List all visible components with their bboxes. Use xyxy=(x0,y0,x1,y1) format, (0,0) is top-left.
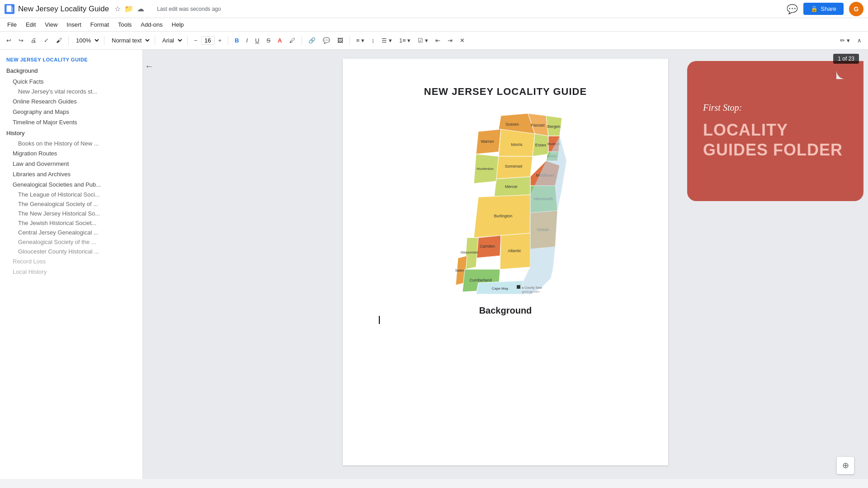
menu-format[interactable]: Format xyxy=(87,19,113,30)
svg-text:● County Seat: ● County Seat xyxy=(522,286,542,290)
bullets-button[interactable]: ☰ ▾ xyxy=(379,35,395,46)
svg-text:Bergen: Bergen xyxy=(547,124,560,129)
sidebar-item-books-history[interactable]: Books on the History of New ... xyxy=(0,139,142,148)
svg-text:geology.com: geology.com xyxy=(522,290,539,294)
svg-text:Mercer: Mercer xyxy=(505,184,518,189)
cloud-icon[interactable]: ☁ xyxy=(137,5,144,13)
svg-text:Salem: Salem xyxy=(455,268,466,272)
menu-edit[interactable]: Edit xyxy=(22,19,39,30)
underline-button[interactable]: U xyxy=(252,35,262,46)
sidebar-item-record-loss[interactable]: Record Loss xyxy=(0,256,142,267)
checklist-button[interactable]: ☑ ▾ xyxy=(415,35,431,46)
sidebar-item-timeline[interactable]: Timeline of Major Events xyxy=(0,117,142,127)
font-select[interactable]: Arial xyxy=(159,36,184,45)
font-size-increase[interactable]: + xyxy=(216,35,225,46)
svg-text:Cumberland: Cumberland xyxy=(469,278,491,282)
indent-decrease-button[interactable]: ⇤ xyxy=(433,35,443,46)
menu-help[interactable]: Help xyxy=(168,19,188,30)
lock-icon: 🔒 xyxy=(811,5,818,12)
svg-text:Gloucester: Gloucester xyxy=(461,250,478,254)
sidebar-item-local-history[interactable]: Local History xyxy=(0,267,142,277)
comment-inline-button[interactable]: 💬 xyxy=(320,35,333,46)
svg-text:Camden: Camden xyxy=(480,244,495,249)
paint-format-button[interactable]: 🖌 xyxy=(53,35,65,46)
divider-1 xyxy=(68,36,69,45)
folder-icon[interactable]: 📁 xyxy=(124,5,133,13)
style-select[interactable]: Normal text xyxy=(108,36,151,45)
sidebar-item-central-jersey[interactable]: Central Jersey Genealogical ... xyxy=(0,228,142,237)
sidebar-item-genealogical-soc[interactable]: The Genealogical Society of ... xyxy=(0,199,142,209)
header-right: 💬 🔒 Share G xyxy=(787,2,863,16)
sidebar-item-geography[interactable]: Geography and Maps xyxy=(0,107,142,117)
share-button[interactable]: 🔒 Share xyxy=(803,3,844,15)
divider-2 xyxy=(104,36,104,45)
avatar[interactable]: G xyxy=(849,2,863,16)
divider-5 xyxy=(228,36,228,45)
sidebar-item-online-research[interactable]: Online Research Guides xyxy=(0,96,142,107)
share-label: Share xyxy=(821,5,836,12)
fab-button[interactable]: ⊕ xyxy=(836,456,854,474)
font-size-decrease[interactable]: − xyxy=(191,35,200,46)
bold-button[interactable]: B xyxy=(232,35,241,46)
link-button[interactable]: 🔗 xyxy=(306,35,318,46)
strikethrough-button[interactable]: S xyxy=(264,35,274,46)
highlight-button[interactable]: 🖊 xyxy=(287,35,298,46)
sidebar-item-libraries[interactable]: Libraries and Archives xyxy=(0,169,142,179)
undo-button[interactable]: ↩ xyxy=(4,35,14,46)
indent-increase-button[interactable]: ⇥ xyxy=(445,35,455,46)
svg-text:Morris: Morris xyxy=(511,142,523,147)
document-page: NEW JERSEY LOCALITY GUIDE Sussex Passaic… xyxy=(343,59,668,465)
sidebar-item-law[interactable]: Law and Government xyxy=(0,159,142,169)
numbered-list-button[interactable]: 1≡ ▾ xyxy=(396,35,413,46)
sidebar-item-genealogical-soc-the[interactable]: Genealogical Society of the ... xyxy=(0,237,142,247)
star-icon[interactable]: ☆ xyxy=(114,5,121,13)
collapse-button[interactable]: ∧ xyxy=(854,35,864,46)
comment-button[interactable]: 💬 xyxy=(787,4,798,14)
text-color-button[interactable]: A xyxy=(275,35,284,46)
font-size-input[interactable] xyxy=(201,36,215,45)
sidebar-item-migration[interactable]: Migration Routes xyxy=(0,148,142,159)
back-arrow-button[interactable]: ← xyxy=(145,61,154,71)
svg-text:Warren: Warren xyxy=(481,139,494,144)
svg-text:Essex: Essex xyxy=(535,143,547,147)
svg-text:Atlantic: Atlantic xyxy=(508,249,521,253)
menu-file[interactable]: File xyxy=(4,19,20,30)
zoom-select[interactable]: 100% xyxy=(72,36,100,45)
nj-map: Sussex Passaic Bergen Warren Morris Esse xyxy=(433,107,578,296)
sidebar-item-gloucester[interactable]: Gloucester County Historical ... xyxy=(0,247,142,256)
sidebar-item-genealogical[interactable]: Genealogical Societies and Pub... xyxy=(0,179,142,190)
image-button[interactable]: 🖼 xyxy=(335,35,346,46)
sidebar-item-background[interactable]: Background xyxy=(0,65,142,76)
card-main-text: LOCALITY GUIDES FOLDER xyxy=(703,120,848,159)
svg-text:Burlington: Burlington xyxy=(494,214,513,218)
background-heading: Background xyxy=(379,305,632,316)
redo-button[interactable]: ↪ xyxy=(16,35,26,46)
title-bar: New Jersey Locality Guide ☆ 📁 ☁ Last edi… xyxy=(0,0,868,18)
sidebar-item-jewish-historical[interactable]: The Jewish Historical Societ... xyxy=(0,218,142,228)
sidebar-item-league[interactable]: The League of Historical Soci... xyxy=(0,190,142,199)
title-icons: ☆ 📁 ☁ xyxy=(114,5,144,13)
align-button[interactable]: ≡ ▾ xyxy=(354,35,367,46)
clear-format-button[interactable]: ✕ xyxy=(457,35,467,46)
edit-mode-button[interactable]: ✏ ▾ xyxy=(837,35,853,46)
sidebar-item-quick-facts[interactable]: Quick Facts xyxy=(0,76,142,87)
menu-addons[interactable]: Add-ons xyxy=(137,19,166,30)
menu-insert[interactable]: Insert xyxy=(63,19,85,30)
font-size-area: − + xyxy=(191,35,224,46)
print-button[interactable]: 🖨 xyxy=(28,35,39,46)
line-spacing-button[interactable]: ↕ xyxy=(369,35,377,46)
spellcheck-button[interactable]: ✓ xyxy=(41,35,52,46)
doc-title: New Jersey Locality Guide xyxy=(18,5,109,14)
sidebar-item-nj-historical[interactable]: The New Jersey Historical So... xyxy=(0,209,142,218)
map-container: Sussex Passaic Bergen Warren Morris Esse xyxy=(379,107,632,296)
menu-tools[interactable]: Tools xyxy=(114,19,135,30)
divider-3 xyxy=(155,36,155,45)
sidebar-item-vital-records[interactable]: New Jersey's vital records st... xyxy=(0,87,142,96)
italic-button[interactable]: I xyxy=(244,35,251,46)
sidebar-item-history[interactable]: History xyxy=(0,127,142,139)
menu-bar: File Edit View Insert Format Tools Add-o… xyxy=(0,18,868,32)
doc-page-title: NEW JERSEY LOCALITY GUIDE xyxy=(379,86,632,98)
svg-text:Hunterdon: Hunterdon xyxy=(476,167,493,171)
floating-card: First Stop: LOCALITY GUIDES FOLDER xyxy=(687,61,863,201)
menu-view[interactable]: View xyxy=(41,19,61,30)
